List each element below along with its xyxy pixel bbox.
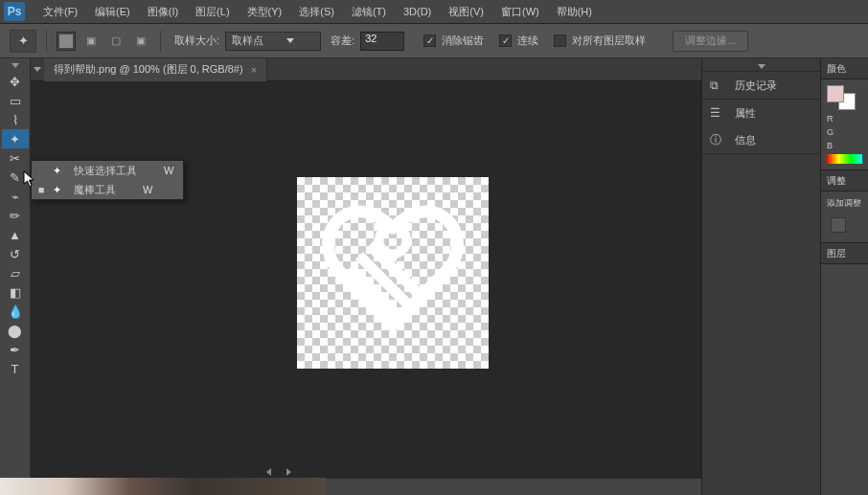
svg-point-0 — [379, 227, 407, 255]
canvas-viewport[interactable] — [31, 81, 701, 478]
artwork-heart-handshake — [316, 194, 469, 348]
brush-tool[interactable]: ✏ — [2, 206, 29, 225]
canvas[interactable] — [297, 177, 489, 369]
all-layers-checkbox[interactable] — [554, 34, 566, 47]
bandage-icon: ⌁ — [11, 190, 19, 204]
adjustment-icon[interactable] — [831, 217, 846, 233]
type-tool[interactable]: T — [2, 359, 29, 378]
panel-properties[interactable]: ☰ 属性 — [702, 100, 820, 126]
layers-panel-tab[interactable]: 图层 — [821, 243, 868, 264]
menu-filter[interactable]: 滤镜(T) — [343, 0, 395, 24]
chevron-down-icon — [286, 38, 294, 43]
menu-3d[interactable]: 3D(D) — [395, 0, 440, 24]
workarea: 得到帮助.png @ 100% (图层 0, RGB/8#) × 100% ◂▸… — [31, 58, 701, 495]
anti-alias-checkbox[interactable] — [423, 34, 436, 47]
refine-edge-button[interactable]: 调整边缘... — [673, 31, 748, 52]
marquee-icon: ▭ — [10, 94, 21, 108]
tabs-collapse[interactable] — [31, 58, 44, 81]
color-ramp[interactable] — [827, 154, 862, 164]
document-tabs: 得到帮助.png @ 100% (图层 0, RGB/8#) × — [31, 58, 701, 81]
eraser-tool[interactable]: ▱ — [2, 263, 29, 282]
pen-tool[interactable]: ✒ — [2, 340, 29, 359]
close-icon[interactable]: × — [251, 64, 257, 76]
flyout-quick-select[interactable]: ✦ 快速选择工具 W — [32, 161, 183, 180]
flyout-magic-wand[interactable]: ■ ✦ 魔棒工具 W — [32, 180, 183, 199]
add-adjust-label: 添加调整 — [827, 197, 862, 210]
selection-mode-add[interactable]: ▣ — [81, 32, 101, 51]
panel-collapse[interactable] — [702, 62, 820, 72]
menu-window[interactable]: 窗口(W) — [492, 0, 548, 24]
menu-image[interactable]: 图像(I) — [139, 0, 187, 24]
tolerance-input[interactable]: 32 — [360, 32, 404, 51]
panel-info[interactable]: ⓘ 信息 — [702, 126, 820, 153]
move-tool[interactable]: ✥ — [2, 72, 29, 91]
menu-select[interactable]: 选择(S) — [290, 0, 343, 24]
wand-icon: ✦ — [18, 34, 29, 48]
toolbox-collapse[interactable] — [2, 60, 29, 70]
selection-mode-intersect[interactable]: ▣ — [131, 32, 150, 51]
wand-tool[interactable]: ✦ — [2, 129, 29, 148]
window-below-peek — [0, 478, 326, 495]
blur-tool[interactable]: 💧 — [2, 302, 29, 321]
lasso-icon: ⌇ — [12, 113, 18, 127]
sample-size-label: 取样大小: — [174, 34, 219, 48]
menu-file[interactable]: 文件(F) — [34, 0, 86, 24]
healing-tool[interactable]: ⌁ — [2, 187, 29, 206]
divider — [46, 31, 47, 52]
anti-alias-label: 消除锯齿 — [442, 34, 484, 48]
gradient-tool[interactable]: ◧ — [2, 282, 29, 302]
lasso-tool[interactable]: ⌇ — [2, 110, 29, 129]
contiguous-label: 连续 — [517, 34, 538, 48]
menu-edit[interactable]: 编辑(E) — [86, 0, 139, 24]
gradient-icon: ◧ — [10, 285, 21, 300]
color-panel-tab[interactable]: 颜色 — [821, 58, 868, 79]
flyout-shortcut: W — [164, 165, 173, 176]
tool-flyout: ✦ 快速选择工具 W ■ ✦ 魔棒工具 W — [31, 160, 184, 200]
adjustments-panel-tab[interactable]: 调整 — [821, 170, 868, 191]
panel-history[interactable]: ⧉ 历史记录 — [702, 72, 820, 99]
b-label: B — [827, 141, 862, 150]
eyedropper-tool[interactable]: ✎ — [2, 168, 29, 187]
menu-view[interactable]: 视图(V) — [440, 0, 492, 24]
color-swatches[interactable] — [827, 85, 856, 110]
selected-dot: ■ — [37, 184, 45, 195]
panel-label: 信息 — [735, 133, 756, 147]
horizontal-scrollbar[interactable] — [266, 466, 305, 478]
foreground-swatch[interactable] — [827, 85, 844, 102]
flyout-label: 魔棒工具 — [74, 183, 116, 197]
wand-icon: ✦ — [53, 184, 66, 196]
tab-title: 得到帮助.png @ 100% (图层 0, RGB/8#) — [54, 62, 243, 77]
marquee-tool[interactable]: ▭ — [2, 91, 29, 110]
brush-icon: ✏ — [10, 209, 20, 223]
history-icon: ⧉ — [710, 79, 727, 92]
move-icon: ✥ — [10, 75, 20, 89]
g-label: G — [827, 127, 862, 137]
options-bar: ✦ ▣ ▢ ▣ 取样大小: 取样点 容差: 32 消除锯齿 连续 对所有图层取样… — [0, 24, 868, 58]
crop-icon: ✂ — [10, 151, 20, 166]
current-tool-indicator[interactable]: ✦ — [10, 30, 36, 53]
tolerance-label: 容差: — [331, 34, 354, 48]
document-tab[interactable]: 得到帮助.png @ 100% (图层 0, RGB/8#) × — [44, 58, 267, 81]
wand-icon: ✦ — [10, 132, 20, 146]
menu-help[interactable]: 帮助(H) — [548, 0, 601, 24]
dodge-tool[interactable]: ⬤ — [2, 321, 29, 340]
crop-tool[interactable]: ✂ — [2, 148, 29, 168]
menu-type[interactable]: 类型(Y) — [239, 0, 291, 24]
history-brush-icon: ↺ — [10, 247, 20, 261]
divider — [160, 31, 161, 52]
stamp-icon: ▲ — [9, 228, 21, 242]
stamp-tool[interactable]: ▲ — [2, 225, 29, 244]
sample-size-dropdown[interactable]: 取样点 — [225, 32, 321, 51]
panel-label: 历史记录 — [735, 79, 777, 93]
app-logo: Ps — [4, 2, 25, 21]
selection-mode-new[interactable] — [57, 32, 76, 51]
properties-icon: ☰ — [710, 106, 727, 120]
main-area: ✥ ▭ ⌇ ✦ ✂ ✎ ⌁ ✏ ▲ ↺ ▱ ◧ 💧 ⬤ ✒ T 得到帮助.png… — [0, 58, 868, 495]
contiguous-checkbox[interactable] — [499, 34, 512, 47]
menu-layer[interactable]: 图层(L) — [187, 0, 238, 24]
selection-mode-subtract[interactable]: ▢ — [106, 32, 126, 51]
right-panels: 颜色 R G B 调整 添加调整 图层 — [820, 58, 868, 495]
all-layers-label: 对所有图层取样 — [572, 34, 646, 48]
dodge-icon: ⬤ — [8, 324, 22, 338]
history-brush-tool[interactable]: ↺ — [2, 244, 29, 263]
